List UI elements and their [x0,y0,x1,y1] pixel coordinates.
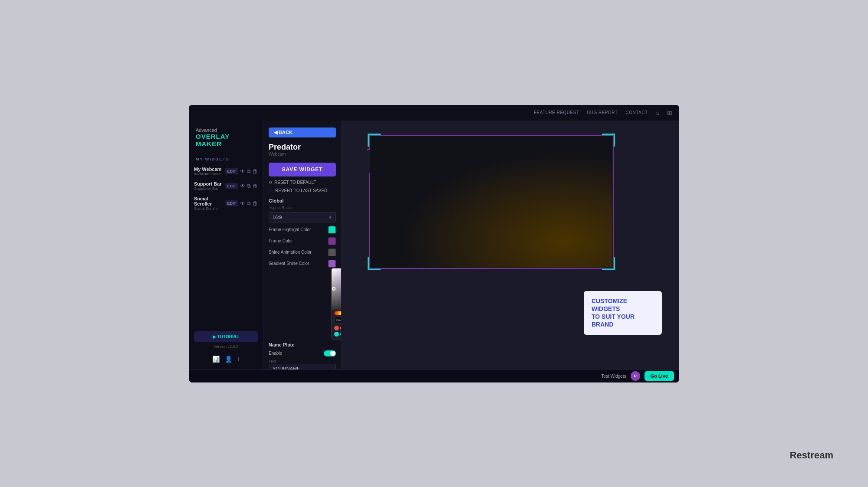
frame-bottom-border [369,268,614,269]
aspect-ratio-wrapper: 16:9 4:3 1:1 ▼ [269,212,336,222]
customize-text: CUSTOMIZE WIDGETS TO SUIT YOUR BRAND [592,297,654,329]
edit-support-btn[interactable]: EDIT [225,183,238,189]
global-section-header: Global [263,195,341,205]
sidebar-footer-icons: 📊 👤 ℹ [189,353,263,365]
toggle-knob [330,351,335,356]
widget-name-webcam: My Webcam [194,167,225,172]
copy-support-icon[interactable]: ⧉ [247,183,251,189]
color-presets [332,324,342,339]
bar-chart-icon[interactable]: 📊 [212,356,220,363]
copy-webcam-icon[interactable]: ⧉ [247,168,251,174]
logo-overlay: OVERLAY [196,133,230,140]
sidebar-section-title: MY WIDGETS [189,154,263,164]
home-icon[interactable]: ⌂ [656,109,659,116]
widget-name-support: Support Bar [194,181,225,186]
tutorial-button[interactable]: ▶ TUTORIAL [194,331,258,342]
widget-title: Predator [263,141,341,152]
widget-sub-social: Social Scroller [194,206,225,211]
frame-top-border [369,135,614,136]
restream-watermark: Restream [790,450,833,461]
widget-actions-webcam: EDIT 👁 ⧉ 🗑 [225,168,258,174]
aspect-ratio-label: Aspect Ratio [263,205,341,210]
sidebar-bottom: ▶ TUTORIAL Version v2.0.0 [189,327,263,353]
shine-color-swatch[interactable] [328,248,336,256]
gradient-shine-label: Gradient Shine Color [269,261,309,266]
delete-webcam-icon[interactable]: 🗑 [253,168,258,174]
version-text: Version v2.0.0 [194,344,258,349]
preset-cyan[interactable] [334,332,339,337]
sidebar-item-webcam[interactable]: My Webcam Webcam Frame EDIT 👁 ⧉ 🗑 [189,164,263,179]
hex-row: 6F6C73 111 108 115 100 [332,316,342,324]
test-widgets-label: Test Widgets [601,374,626,379]
widget-actions-support: EDIT 👁 ⧉ 🗑 [225,183,258,189]
aspect-ratio-select[interactable]: 16:9 4:3 1:1 [269,212,336,222]
info-icon[interactable]: ℹ [237,356,240,363]
color-gradient-area[interactable] [332,268,342,310]
eye-support-icon[interactable]: 👁 [240,183,245,189]
color-picker-cursor [332,287,335,291]
eye-social-icon[interactable]: 👁 [240,200,245,206]
color-picker-popup: 6F6C73 111 108 115 100 [331,268,342,340]
logo-main: OVERLAY MAKER [196,133,256,147]
bug-report-link[interactable]: BUG REPORT [587,110,618,115]
person-icon[interactable]: 👤 [225,356,232,363]
contact-link[interactable]: CONTACT [625,110,648,115]
bottom-bar: Test Widgets P Go Live [189,369,679,382]
frame-content [370,136,612,268]
frame-color-label: Frame Color [269,239,293,243]
hue-bar-row [332,310,342,316]
reset-label: RESET TO DEFAULT [274,180,316,185]
text-input-label: Text [269,359,336,363]
text-input[interactable]: YOURNAME [269,364,336,369]
app-window: FEATURE REQUEST BUG REPORT CONTACT ⌂ ⊞ A… [189,105,679,382]
hex-input[interactable]: 6F6C73 [334,317,342,324]
widget-actions-social: EDIT 👁 ⧉ 🗑 [225,200,258,206]
widget-info-social: Social Scroller Social Scroller [194,196,225,211]
reset-to-default-button[interactable]: ↺ RESET TO DEFAULT [263,178,341,186]
edit-social-btn[interactable]: EDIT [225,200,238,206]
frame-right-border [613,135,614,269]
enable-toggle[interactable] [324,350,336,356]
frame-highlight-row: Frame Highlight Color [263,224,341,235]
text-input-wrapper: Text YOURNAME [269,359,336,369]
back-button[interactable]: ◀ BACK [269,127,336,137]
sidebar: Advanced OVERLAY MAKER MY WIDGETS My Web… [189,121,263,369]
frame-color-row: Frame Color [263,235,341,247]
widget-sub-support: Supporter Bar [194,186,225,191]
widget-info-support: Support Bar Supporter Bar [194,181,225,191]
shine-color-label: Shine Animation Color [269,250,312,255]
preset-row-1 [334,326,342,330]
edit-webcam-btn[interactable]: EDIT [225,168,238,174]
logo-area: Advanced OVERLAY MAKER [189,125,263,154]
frame-highlight-swatch[interactable] [328,226,336,234]
sidebar-item-support[interactable]: Support Bar Supporter Bar EDIT 👁 ⧉ 🗑 [189,179,263,193]
enable-toggle-row: Enable [263,349,341,358]
top-bar-links: FEATURE REQUEST BUG REPORT CONTACT ⌂ ⊞ [534,109,672,116]
widget-info-webcam: My Webcam Webcam Frame [194,167,225,176]
logo-maker: MAKER [196,140,222,147]
delete-social-icon[interactable]: 🗑 [253,200,258,206]
eye-webcam-icon[interactable]: 👁 [240,168,245,174]
widget-name-social: Social Scroller [194,196,225,206]
customize-banner: CUSTOMIZE WIDGETS TO SUIT YOUR BRAND [584,291,662,335]
grid-icon[interactable]: ⊞ [667,109,672,116]
sidebar-item-social[interactable]: Social Scroller Social Scroller EDIT 👁 ⧉… [189,193,263,213]
preset-red[interactable] [334,326,339,330]
webcam-frame [368,134,615,270]
go-live-button[interactable]: Go Live [644,371,674,381]
widget-type: Webcam [263,152,341,161]
feature-request-link[interactable]: FEATURE REQUEST [534,110,579,115]
canvas-area: CUSTOMIZE WIDGETS TO SUIT YOUR BRAND [342,121,679,369]
revert-to-saved-button[interactable]: ← REVERT TO LAST SAVED [263,186,341,195]
gradient-shine-swatch[interactable] [328,260,336,268]
save-widget-button[interactable]: SAVE WIDGET [269,163,336,176]
copy-social-icon[interactable]: ⧉ [247,200,251,206]
delete-support-icon[interactable]: 🗑 [253,183,258,189]
reset-icon: ↺ [269,180,272,185]
shine-color-row: Shine Animation Color [263,247,341,258]
widget-sub-webcam: Webcam Frame [194,172,225,176]
user-avatar[interactable]: P [631,371,640,381]
hue-bar[interactable] [334,311,342,315]
frame-color-swatch[interactable] [328,237,336,245]
frame-highlight-label: Frame Highlight Color [269,227,311,232]
